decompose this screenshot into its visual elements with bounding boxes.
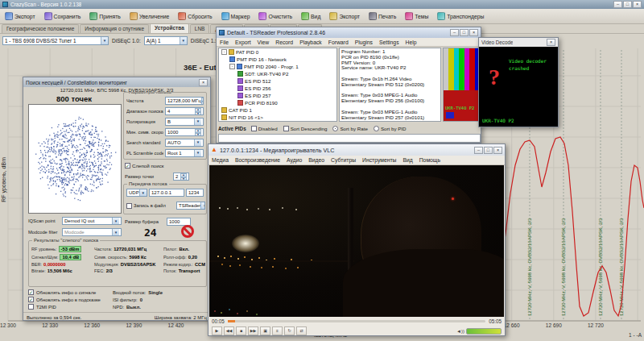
vlc-titlebar[interactable]: ▲ 127.0.0.1:1234 - Медиапроигрыватель VL… [208,144,505,156]
tree-item-label: ES PID 257 [245,93,270,98]
spin-down-icon[interactable]: ▼ [201,102,204,105]
record-checkbox[interactable] [126,203,132,209]
volume-slider[interactable] [466,328,502,335]
pid-option[interactable]: Sort by PID [374,126,407,131]
checkbox[interactable] [283,126,289,131]
tsreader-menu-item[interactable]: Settings [376,40,402,45]
loop-button[interactable]: ↻ [284,326,295,335]
minimize-icon[interactable]: – [450,29,459,36]
close-icon[interactable]: × [199,79,208,86]
carrier-titlebar[interactable]: Поиск несущей / Constellation мониторинг… [23,77,210,87]
radio-button[interactable] [332,126,338,131]
random-button[interactable]: ⇄ [296,326,307,335]
vlc-menu-item[interactable]: Видео [305,157,328,163]
spin-down-icon[interactable]: ▼ [180,177,187,181]
spinner-icon[interactable]: ▲▼ [195,129,201,135]
tsreader-menu-item[interactable]: Plugins [352,40,376,45]
vlc-menu-item[interactable]: Воспроизведение [232,157,283,163]
dot-size-field[interactable]: 2 ▲▼ [173,173,189,181]
tree-item[interactable]: ES PID 257 [219,92,336,99]
maximize-icon[interactable]: □ [460,29,469,36]
tree-expand-icon[interactable]: - [229,64,235,69]
player-select[interactable]: TSReader ▼ [176,202,205,210]
param-field[interactable]: 4▲▼ [165,107,204,115]
param-field[interactable]: 12728,000 МГц▲▼ [165,97,204,105]
param-field[interactable]: Root 1▼ [165,149,204,157]
tsreader-menu-item[interactable]: Playback [296,40,325,45]
dropdown-arrow-icon[interactable]: ▼ [139,189,147,196]
minimize-icon[interactable]: – [474,147,483,154]
play-button[interactable]: ▶ [212,326,222,335]
stream-port-field[interactable]: 1234 [186,189,204,197]
vlc-menu-item[interactable]: Аудио [283,157,305,163]
spin-down-icon[interactable]: ▼ [195,133,201,136]
tsreader-menu-item[interactable]: Export [232,40,254,45]
tsreader-titlebar[interactable]: Default - TSReader Professional 2.8.46 –… [217,27,481,38]
tree-item[interactable]: PCR PID 8190 [219,99,336,106]
tree-item[interactable]: -PMT PID 2040 - Progr. 1 [219,63,336,70]
vlc-menu-item[interactable]: Субтитры [328,157,359,163]
vlc-menu-item[interactable]: Инструменты [359,157,399,163]
colorbar-red-field: UKR-TV40 P2 [444,90,480,121]
param-field[interactable]: 1000▲▼ [165,128,204,136]
checkbox[interactable]: ✓ [28,297,34,302]
close-icon[interactable]: × [469,29,478,36]
dropdown-arrow-icon[interactable]: ▼ [194,139,201,146]
extended-settings-button[interactable]: ≡ [272,326,283,335]
iqscan-select[interactable]: Demod IQ out ▼ [62,217,122,225]
pid-option[interactable]: Sort Descending [283,126,328,131]
video-decode-titlebar[interactable]: Video Decode × [479,38,558,47]
tree-expand-icon[interactable]: - [221,49,227,55]
stop-icon[interactable] [181,225,194,238]
tree-item[interactable]: SDT: UKR-TV40 P2 [219,70,336,77]
previous-button[interactable]: ◀◀ [224,326,234,335]
pid-option[interactable]: Sort by Rate [332,126,367,131]
stream-address-field[interactable]: 127.0.0.1 [149,189,184,197]
tree-item[interactable]: NIT PID 16 <1> [219,114,336,121]
tree-item[interactable]: PMT PID 16 - Network [219,56,336,63]
checkbox[interactable]: ✓ [28,289,34,295]
param-field[interactable]: В▼ [165,118,204,126]
spin-down-icon[interactable]: ▼ [195,112,201,115]
constellation-plot[interactable] [28,104,122,214]
maximize-icon[interactable]: □ [484,147,493,154]
dropdown-arrow-icon[interactable]: ▼ [112,218,119,224]
vlc-menu-item[interactable]: Вид [399,157,415,163]
param-field[interactable]: AUTO▼ [165,139,204,147]
tsreader-menu-item[interactable]: Record [272,40,296,45]
stream-protocol-select[interactable]: UDP ▼ [126,189,147,197]
vlc-menu-item[interactable]: Медиа [208,157,232,163]
seek-slider[interactable] [228,320,485,322]
spinner-icon[interactable]: ▲▼ [201,98,204,104]
tree-item[interactable]: -PAT PID 0 [219,48,336,56]
tree-item[interactable]: CAT PID 1 [219,106,336,114]
next-button[interactable]: ▶▶ [248,326,258,335]
result-value: Вкл. [180,247,189,252]
dropdown-arrow-icon[interactable]: ▼ [194,150,201,156]
close-icon[interactable]: × [493,147,502,154]
dropdown-arrow-icon[interactable]: ▼ [200,202,205,209]
tree-item[interactable]: ES PID 256 [219,85,336,92]
fullscreen-button[interactable]: ▣ [260,326,270,335]
spinner-icon[interactable]: ▲▼ [180,173,187,180]
video-area[interactable] [209,165,504,317]
radio-button[interactable] [374,126,379,131]
tsreader-menubar: FileExportViewRecordPlaybackForwardPlugi… [217,38,481,47]
tsreader-menu-item[interactable]: Forward [325,40,352,45]
tsreader-menu-item[interactable]: Help [402,40,420,45]
close-icon[interactable]: × [547,39,555,46]
vlc-menu-item[interactable]: Помощь [416,157,444,163]
tsreader-menu-item[interactable]: File [217,40,232,45]
result-label: Поток: [163,268,177,273]
spinner-icon[interactable]: ▲▼ [195,108,201,114]
modcode-select[interactable]: Modcode ▼ [62,228,122,236]
dropdown-arrow-icon[interactable]: ▼ [194,119,201,125]
blind-search-checkbox[interactable]: ✓ [125,163,130,168]
tree-item[interactable]: ES PID 512 [219,77,336,85]
pid-option[interactable]: Disabled [251,126,278,131]
dropdown-arrow-icon[interactable]: ▼ [112,229,119,235]
checkbox[interactable] [251,126,257,131]
checkbox[interactable] [28,304,34,310]
stop-button[interactable]: ■ [236,326,246,335]
tsreader-menu-item[interactable]: View [254,40,273,45]
